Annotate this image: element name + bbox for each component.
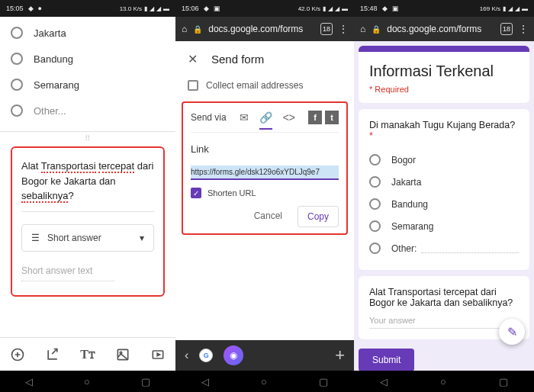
drag-handle-icon[interactable]: ⠿ xyxy=(11,132,165,145)
option-label: Jakarta xyxy=(391,177,421,188)
chevron-left-icon[interactable]: ‹ xyxy=(185,349,188,362)
recent-icon[interactable]: ▢ xyxy=(319,376,328,387)
radio-option[interactable]: Jakarta xyxy=(369,171,519,193)
android-nav: ◁ ○ ▢ xyxy=(175,371,354,392)
home-icon[interactable]: ○ xyxy=(261,376,267,387)
radio-option[interactable]: Jakarta xyxy=(11,20,165,46)
radio-icon xyxy=(369,220,381,232)
home-icon[interactable]: ○ xyxy=(440,376,446,387)
form-header: Informasi Terkenal * Required xyxy=(359,46,529,103)
checkbox-checked-icon[interactable]: ✓ xyxy=(191,188,201,198)
google-icon[interactable]: G xyxy=(199,349,213,362)
radio-option[interactable]: Bandung xyxy=(11,46,165,72)
send-form-title: Send form xyxy=(211,53,264,66)
back-icon[interactable]: ◁ xyxy=(380,376,388,387)
short-answer-placeholder: Short answer text xyxy=(21,265,114,281)
collect-emails-row[interactable]: Collect email addresses xyxy=(175,77,354,101)
radio-icon xyxy=(11,104,23,117)
link-input[interactable] xyxy=(191,165,339,180)
editor-toolbar: Tᴛ xyxy=(0,337,175,371)
tab-count[interactable]: 18 xyxy=(500,23,513,35)
radio-option[interactable]: Bogor xyxy=(369,149,519,171)
home-icon[interactable]: ⌂ xyxy=(182,24,187,34)
clock: 15:06 xyxy=(182,5,199,12)
add-video-icon[interactable] xyxy=(150,347,166,362)
send-form-header: ✕ Send form xyxy=(175,41,354,77)
send-via-row: Send via ✉ 🔗 <> f t xyxy=(191,111,339,133)
embed-icon[interactable]: <> xyxy=(283,111,295,124)
form-title: Informasi Terkenal xyxy=(369,63,519,80)
option-label: Other... xyxy=(34,105,66,117)
radio-icon xyxy=(11,27,23,39)
lock-icon: 🔒 xyxy=(372,25,381,34)
radio-icon xyxy=(11,79,23,91)
back-icon[interactable]: ◁ xyxy=(201,376,209,387)
import-question-icon[interactable] xyxy=(45,347,60,362)
collect-label: Collect email addresses xyxy=(206,80,303,91)
option-label: Jakarta xyxy=(34,27,66,39)
question-text: Alat Transportasi tercepat dari Bogor ke… xyxy=(369,287,519,308)
close-icon[interactable]: ✕ xyxy=(188,52,198,66)
url-text: docs.google.com/forms xyxy=(208,24,314,34)
add-question-icon[interactable] xyxy=(10,347,25,362)
home-icon[interactable]: ○ xyxy=(84,376,90,387)
option-label: Bogor xyxy=(391,155,416,165)
edit-fab[interactable]: ✎ xyxy=(499,319,525,345)
tab-count[interactable]: 18 xyxy=(320,23,333,35)
panel-send-form: 15:06◆▣ 42.0 K/s▮◢◢▬ ⌂ 🔒 docs.google.com… xyxy=(175,0,354,392)
radio-icon xyxy=(369,243,381,254)
cancel-button[interactable]: Cancel xyxy=(245,206,291,227)
option-label: Other: xyxy=(391,243,417,254)
submit-button[interactable]: Submit xyxy=(359,349,414,371)
send-via-box: Send via ✉ 🔗 <> f t Link ✓ Shorten URL C… xyxy=(182,101,348,235)
shorten-url-row[interactable]: ✓ Shorten URL xyxy=(191,188,339,198)
add-title-icon[interactable]: Tᴛ xyxy=(80,347,95,361)
checkbox-icon[interactable] xyxy=(188,80,198,91)
radio-option[interactable]: Other... xyxy=(11,98,165,124)
question-card[interactable]: Alat Transportasi tercepat dari Bogor ke… xyxy=(11,146,165,297)
radio-option[interactable]: Semarang xyxy=(369,215,519,237)
menu-icon[interactable]: ⋮ xyxy=(519,24,528,34)
type-label: Short answer xyxy=(47,233,101,243)
android-nav: ◁ ○ ▢ xyxy=(0,371,175,392)
question-card: Di manakah Tugu Kujang Berada? * Bogor J… xyxy=(359,109,529,270)
lock-icon: 🔒 xyxy=(193,25,202,34)
new-tab-icon[interactable]: + xyxy=(335,345,345,365)
radio-option-list: Jakarta Bandung Semarang Other... xyxy=(11,17,165,131)
other-input-line[interactable] xyxy=(421,244,519,253)
radio-icon xyxy=(369,154,381,165)
question-text: Di manakah Tugu Kujang Berada? * xyxy=(369,120,519,141)
facebook-icon[interactable]: f xyxy=(308,111,322,124)
twitter-icon[interactable]: t xyxy=(325,111,339,124)
radio-option[interactable]: Semarang xyxy=(11,72,165,98)
question-title[interactable]: Alat Transportasi tercepat dari Bogor ke… xyxy=(21,159,154,212)
assistant-icon[interactable]: ◉ xyxy=(224,345,243,365)
url-bar[interactable]: ⌂ 🔒 docs.google.com/forms 18 ⋮ xyxy=(354,17,534,41)
back-icon[interactable]: ◁ xyxy=(25,376,33,387)
radio-option-other[interactable]: Other: xyxy=(369,237,519,259)
url-bar[interactable]: ⌂ 🔒 docs.google.com/forms 18 ⋮ xyxy=(175,17,354,41)
add-image-icon[interactable] xyxy=(115,347,130,362)
link-label: Link xyxy=(191,143,339,155)
status-bar: 15:48◆▣ 169 K/s▮◢◢▬ xyxy=(354,0,534,17)
option-label: Bandung xyxy=(391,199,428,210)
copy-button[interactable]: Copy xyxy=(298,206,339,227)
answer-input[interactable]: Your answer xyxy=(369,316,519,329)
option-label: Bandung xyxy=(34,53,73,65)
menu-icon[interactable]: ⋮ xyxy=(339,24,348,34)
recent-icon[interactable]: ▢ xyxy=(499,376,508,387)
link-icon[interactable]: 🔗 xyxy=(259,111,272,130)
recent-icon[interactable]: ▢ xyxy=(141,376,150,387)
radio-option[interactable]: Bandung xyxy=(369,193,519,215)
chrome-bottom-bar: ‹ G ◉ + xyxy=(175,340,354,371)
panel-form-editor: 15:05◆● 13.0 K/s▮◢◢▬ Jakarta Bandung Sem… xyxy=(0,0,175,392)
short-answer-icon: ☰ xyxy=(31,233,40,243)
mail-icon[interactable]: ✉ xyxy=(240,111,249,124)
radio-icon xyxy=(11,53,23,65)
radio-icon xyxy=(369,176,381,188)
clock: 15:05 xyxy=(6,5,24,12)
option-label: Semarang xyxy=(391,221,433,232)
clock: 15:48 xyxy=(360,5,378,12)
question-type-select[interactable]: ☰Short answer ▾ xyxy=(21,224,154,252)
home-icon[interactable]: ⌂ xyxy=(360,24,365,34)
